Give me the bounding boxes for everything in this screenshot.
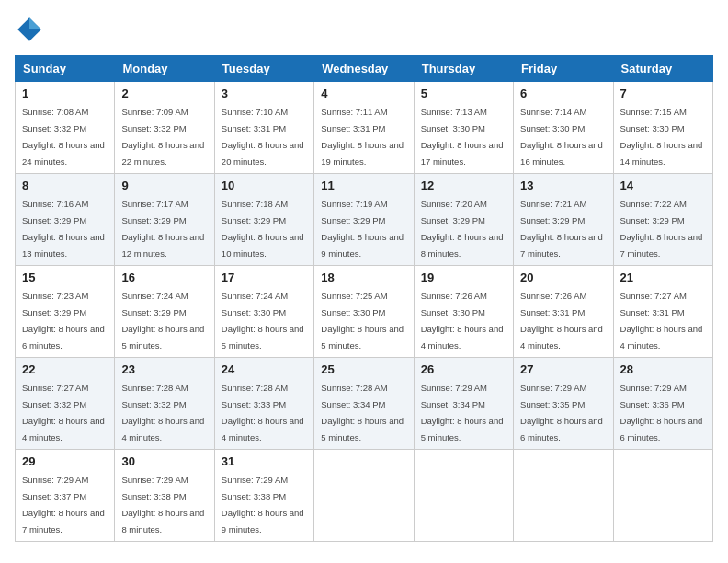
day-number: 17 (222, 270, 307, 284)
calendar-cell: 2Sunrise: 7:09 AMSunset: 3:32 PMDaylight… (115, 82, 214, 174)
day-number: 5 (421, 86, 506, 100)
day-number: 10 (222, 178, 307, 192)
day-number: 31 (222, 454, 307, 468)
day-number: 28 (620, 362, 706, 376)
day-detail: Sunrise: 7:29 AMSunset: 3:34 PMDaylight:… (421, 383, 504, 442)
day-detail: Sunrise: 7:19 AMSunset: 3:29 PMDaylight:… (321, 199, 404, 259)
calendar-cell: 15Sunrise: 7:23 AMSunset: 3:29 PMDayligh… (16, 266, 115, 358)
calendar-table: SundayMondayTuesdayWednesdayThursdayFrid… (15, 55, 713, 542)
calendar-cell: 16Sunrise: 7:24 AMSunset: 3:29 PMDayligh… (115, 266, 214, 358)
day-detail: Sunrise: 7:20 AMSunset: 3:29 PMDaylight:… (421, 199, 504, 259)
day-detail: Sunrise: 7:25 AMSunset: 3:30 PMDaylight:… (321, 291, 404, 350)
day-detail: Sunrise: 7:24 AMSunset: 3:29 PMDaylight:… (121, 291, 204, 350)
calendar-cell: 18Sunrise: 7:25 AMSunset: 3:30 PMDayligh… (314, 266, 414, 358)
day-number: 24 (222, 362, 307, 376)
day-number: 7 (620, 86, 706, 100)
day-detail: Sunrise: 7:17 AMSunset: 3:29 PMDaylight:… (121, 199, 204, 259)
day-number: 6 (520, 86, 606, 100)
calendar-cell: 21Sunrise: 7:27 AMSunset: 3:31 PMDayligh… (613, 266, 712, 358)
day-number: 22 (22, 362, 108, 376)
calendar-cell: 30Sunrise: 7:29 AMSunset: 3:38 PMDayligh… (115, 450, 214, 542)
day-detail: Sunrise: 7:26 AMSunset: 3:30 PMDaylight:… (421, 291, 504, 350)
calendar-cell (613, 450, 712, 542)
day-number: 4 (321, 86, 406, 100)
day-number: 25 (321, 362, 406, 376)
week-row-1: 1Sunrise: 7:08 AMSunset: 3:32 PMDaylight… (16, 82, 713, 174)
day-detail: Sunrise: 7:13 AMSunset: 3:30 PMDaylight:… (421, 107, 504, 167)
calendar-cell: 19Sunrise: 7:26 AMSunset: 3:30 PMDayligh… (414, 266, 513, 358)
day-detail: Sunrise: 7:29 AMSunset: 3:37 PMDaylight:… (22, 475, 105, 534)
header-monday: Monday (115, 56, 214, 82)
day-number: 13 (520, 178, 606, 192)
day-number: 15 (22, 270, 108, 284)
day-number: 18 (321, 270, 406, 284)
day-detail: Sunrise: 7:27 AMSunset: 3:31 PMDaylight:… (620, 291, 703, 350)
calendar-cell: 22Sunrise: 7:27 AMSunset: 3:32 PMDayligh… (16, 358, 115, 450)
calendar-cell (414, 450, 513, 542)
week-row-4: 22Sunrise: 7:27 AMSunset: 3:32 PMDayligh… (16, 358, 713, 450)
calendar-cell: 10Sunrise: 7:18 AMSunset: 3:29 PMDayligh… (214, 174, 313, 266)
calendar-cell: 23Sunrise: 7:28 AMSunset: 3:32 PMDayligh… (115, 358, 214, 450)
calendar-cell: 25Sunrise: 7:28 AMSunset: 3:34 PMDayligh… (314, 358, 414, 450)
day-number: 1 (22, 86, 108, 100)
day-number: 14 (620, 178, 706, 192)
calendar-cell: 17Sunrise: 7:24 AMSunset: 3:30 PMDayligh… (214, 266, 313, 358)
calendar-cell: 14Sunrise: 7:22 AMSunset: 3:29 PMDayligh… (613, 174, 712, 266)
day-number: 21 (620, 270, 706, 284)
calendar-cell (314, 450, 414, 542)
calendar-cell: 29Sunrise: 7:29 AMSunset: 3:37 PMDayligh… (16, 450, 115, 542)
calendar-cell: 4Sunrise: 7:11 AMSunset: 3:31 PMDaylight… (314, 82, 414, 174)
calendar-cell: 1Sunrise: 7:08 AMSunset: 3:32 PMDaylight… (16, 82, 115, 174)
day-detail: Sunrise: 7:18 AMSunset: 3:29 PMDaylight:… (222, 199, 304, 259)
calendar-cell: 11Sunrise: 7:19 AMSunset: 3:29 PMDayligh… (314, 174, 414, 266)
day-detail: Sunrise: 7:29 AMSunset: 3:38 PMDaylight:… (121, 475, 204, 534)
calendar-cell: 31Sunrise: 7:29 AMSunset: 3:38 PMDayligh… (214, 450, 313, 542)
header-saturday: Saturday (613, 56, 712, 82)
calendar-cell: 27Sunrise: 7:29 AMSunset: 3:35 PMDayligh… (514, 358, 613, 450)
day-detail: Sunrise: 7:29 AMSunset: 3:35 PMDaylight:… (520, 383, 603, 442)
day-number: 3 (222, 86, 307, 100)
day-number: 12 (421, 178, 506, 192)
day-detail: Sunrise: 7:28 AMSunset: 3:32 PMDaylight:… (121, 383, 204, 442)
day-number: 11 (321, 178, 406, 192)
day-number: 19 (421, 270, 506, 284)
day-detail: Sunrise: 7:22 AMSunset: 3:29 PMDaylight:… (620, 199, 703, 259)
day-detail: Sunrise: 7:09 AMSunset: 3:32 PMDaylight:… (121, 107, 204, 167)
calendar-cell: 20Sunrise: 7:26 AMSunset: 3:31 PMDayligh… (514, 266, 613, 358)
week-row-3: 15Sunrise: 7:23 AMSunset: 3:29 PMDayligh… (16, 266, 713, 358)
header-friday: Friday (514, 56, 613, 82)
day-detail: Sunrise: 7:21 AMSunset: 3:29 PMDaylight:… (520, 199, 603, 259)
week-row-2: 8Sunrise: 7:16 AMSunset: 3:29 PMDaylight… (16, 174, 713, 266)
day-detail: Sunrise: 7:14 AMSunset: 3:30 PMDaylight:… (520, 107, 603, 167)
day-number: 29 (22, 454, 108, 468)
day-number: 26 (421, 362, 506, 376)
svg-marker-1 (29, 17, 41, 29)
calendar-cell: 9Sunrise: 7:17 AMSunset: 3:29 PMDaylight… (115, 174, 214, 266)
header-wednesday: Wednesday (314, 56, 414, 82)
day-detail: Sunrise: 7:08 AMSunset: 3:32 PMDaylight:… (22, 107, 105, 167)
day-detail: Sunrise: 7:29 AMSunset: 3:36 PMDaylight:… (620, 383, 703, 442)
day-number: 2 (121, 86, 207, 100)
calendar-cell: 6Sunrise: 7:14 AMSunset: 3:30 PMDaylight… (514, 82, 613, 174)
header-tuesday: Tuesday (214, 56, 313, 82)
calendar-header-row: SundayMondayTuesdayWednesdayThursdayFrid… (16, 56, 713, 82)
day-detail: Sunrise: 7:29 AMSunset: 3:38 PMDaylight:… (222, 475, 304, 534)
day-detail: Sunrise: 7:10 AMSunset: 3:31 PMDaylight:… (222, 107, 304, 167)
day-number: 9 (121, 178, 207, 192)
calendar-cell: 7Sunrise: 7:15 AMSunset: 3:30 PMDaylight… (613, 82, 712, 174)
calendar-cell: 3Sunrise: 7:10 AMSunset: 3:31 PMDaylight… (214, 82, 313, 174)
calendar-cell: 8Sunrise: 7:16 AMSunset: 3:29 PMDaylight… (16, 174, 115, 266)
calendar-cell: 5Sunrise: 7:13 AMSunset: 3:30 PMDaylight… (414, 82, 513, 174)
calendar-cell: 12Sunrise: 7:20 AMSunset: 3:29 PMDayligh… (414, 174, 513, 266)
day-detail: Sunrise: 7:28 AMSunset: 3:34 PMDaylight:… (321, 383, 404, 442)
header-thursday: Thursday (414, 56, 513, 82)
calendar-cell: 26Sunrise: 7:29 AMSunset: 3:34 PMDayligh… (414, 358, 513, 450)
day-detail: Sunrise: 7:15 AMSunset: 3:30 PMDaylight:… (620, 107, 703, 167)
logo-icon (15, 15, 44, 44)
day-detail: Sunrise: 7:26 AMSunset: 3:31 PMDaylight:… (520, 291, 603, 350)
calendar-cell: 28Sunrise: 7:29 AMSunset: 3:36 PMDayligh… (613, 358, 712, 450)
calendar-cell: 13Sunrise: 7:21 AMSunset: 3:29 PMDayligh… (514, 174, 613, 266)
header-sunday: Sunday (16, 56, 115, 82)
day-number: 27 (520, 362, 606, 376)
day-detail: Sunrise: 7:11 AMSunset: 3:31 PMDaylight:… (321, 107, 404, 167)
